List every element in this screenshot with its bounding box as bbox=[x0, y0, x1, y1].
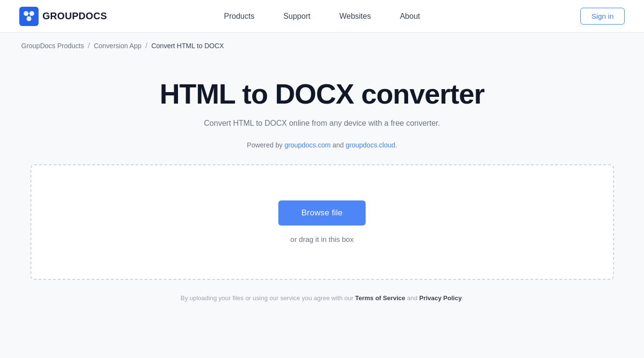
powered-by-prefix: Powered by bbox=[247, 141, 285, 149]
disclaimer-suffix: . bbox=[462, 294, 464, 302]
groupdocs-cloud-link[interactable]: groupdocs.cloud bbox=[346, 141, 396, 149]
main-content: HTML to DOCX converter Convert HTML to D… bbox=[0, 59, 644, 316]
logo-text: GROUPDOCS bbox=[42, 11, 107, 22]
breadcrumb-sep-1: / bbox=[88, 41, 90, 50]
page-subtitle: Convert HTML to DOCX online from any dev… bbox=[204, 119, 440, 128]
page-title: HTML to DOCX converter bbox=[160, 78, 484, 110]
powered-by-and: and bbox=[330, 141, 345, 149]
groupdocs-com-link[interactable]: groupdocs.com bbox=[285, 141, 331, 149]
logo-area: GROUPDOCS bbox=[19, 7, 107, 26]
powered-by-suffix: . bbox=[395, 141, 397, 149]
file-drop-zone[interactable]: Browse file or drag it in this box bbox=[30, 164, 614, 280]
groupdocs-logo-icon bbox=[19, 7, 39, 26]
breadcrumb: GroupDocs Products / Conversion App / Co… bbox=[0, 33, 644, 59]
privacy-link[interactable]: Privacy Policy bbox=[419, 294, 462, 302]
disclaimer-prefix: By uploading your files or using our ser… bbox=[180, 294, 355, 302]
nav-support[interactable]: Support bbox=[283, 12, 310, 21]
header: GROUPDOCS Products Support Websites Abou… bbox=[0, 0, 644, 33]
powered-by: Powered by groupdocs.com and groupdocs.c… bbox=[247, 141, 397, 149]
disclaimer-and: and bbox=[405, 294, 419, 302]
nav-products[interactable]: Products bbox=[224, 12, 254, 21]
browse-file-button[interactable]: Browse file bbox=[278, 200, 366, 225]
nav-websites[interactable]: Websites bbox=[339, 12, 371, 21]
breadcrumb-conversion-app[interactable]: Conversion App bbox=[94, 42, 141, 50]
drag-text: or drag it in this box bbox=[290, 235, 354, 243]
tos-link[interactable]: Terms of Service bbox=[355, 294, 405, 302]
nav-about[interactable]: About bbox=[400, 12, 420, 21]
breadcrumb-current: Convert HTML to DOCX bbox=[151, 42, 224, 50]
disclaimer: By uploading your files or using our ser… bbox=[180, 294, 464, 302]
sign-in-button[interactable]: Sign in bbox=[580, 8, 625, 25]
main-nav: Products Support Websites About bbox=[224, 12, 420, 21]
breadcrumb-sep-2: / bbox=[145, 41, 147, 50]
breadcrumb-groupdocs-products[interactable]: GroupDocs Products bbox=[21, 42, 84, 50]
